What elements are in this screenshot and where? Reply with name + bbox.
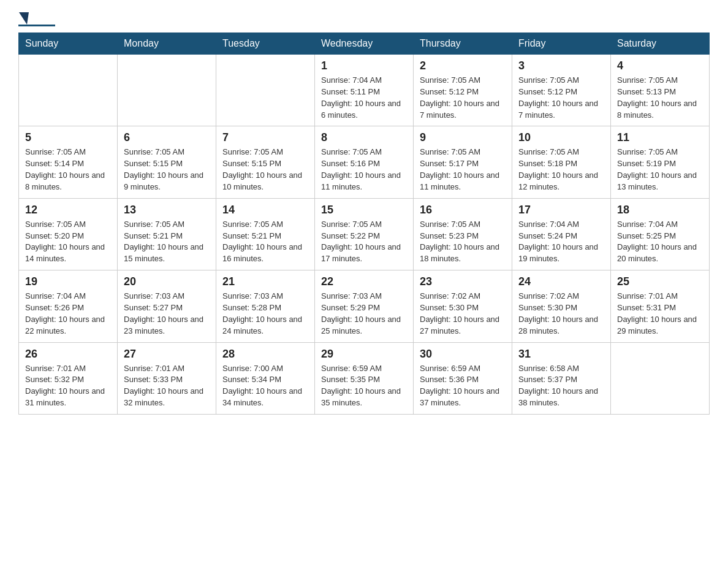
day-info: Sunrise: 7:04 AM Sunset: 5:25 PM Dayligh…	[617, 219, 703, 265]
day-info: Sunrise: 7:02 AM Sunset: 5:30 PM Dayligh…	[420, 291, 506, 337]
day-of-week-header: Saturday	[611, 33, 710, 55]
calendar-cell: 29Sunrise: 6:59 AM Sunset: 5:35 PM Dayli…	[315, 342, 414, 414]
day-number: 28	[222, 348, 308, 361]
calendar-cell: 11Sunrise: 7:05 AM Sunset: 5:19 PM Dayli…	[611, 126, 710, 198]
calendar-cell: 17Sunrise: 7:04 AM Sunset: 5:24 PM Dayli…	[512, 198, 611, 270]
day-info: Sunrise: 6:59 AM Sunset: 5:35 PM Dayligh…	[321, 363, 407, 409]
calendar-cell: 8Sunrise: 7:05 AM Sunset: 5:16 PM Daylig…	[315, 126, 414, 198]
day-info: Sunrise: 7:05 AM Sunset: 5:15 PM Dayligh…	[222, 147, 308, 193]
calendar-cell: 16Sunrise: 7:05 AM Sunset: 5:23 PM Dayli…	[414, 198, 512, 270]
day-number: 12	[25, 204, 111, 216]
calendar-cell: 31Sunrise: 6:58 AM Sunset: 5:37 PM Dayli…	[512, 342, 611, 414]
calendar-week-row: 12Sunrise: 7:05 AM Sunset: 5:20 PM Dayli…	[19, 198, 710, 270]
day-info: Sunrise: 7:03 AM Sunset: 5:29 PM Dayligh…	[321, 291, 407, 337]
calendar-cell: 25Sunrise: 7:01 AM Sunset: 5:31 PM Dayli…	[611, 270, 710, 342]
day-info: Sunrise: 7:01 AM Sunset: 5:32 PM Dayligh…	[25, 363, 111, 409]
calendar-cell: 5Sunrise: 7:05 AM Sunset: 5:14 PM Daylig…	[19, 126, 118, 198]
logo-triangle-icon	[19, 12, 29, 25]
day-number: 15	[321, 204, 407, 216]
day-info: Sunrise: 7:05 AM Sunset: 5:14 PM Dayligh…	[25, 147, 111, 193]
calendar-week-row: 1Sunrise: 7:04 AM Sunset: 5:11 PM Daylig…	[19, 55, 710, 126]
day-of-week-header: Sunday	[19, 33, 118, 55]
day-of-week-header: Monday	[118, 33, 216, 55]
calendar-cell	[216, 55, 315, 126]
day-info: Sunrise: 7:05 AM Sunset: 5:12 PM Dayligh…	[518, 75, 604, 121]
day-info: Sunrise: 7:00 AM Sunset: 5:34 PM Dayligh…	[222, 363, 308, 409]
calendar-cell: 20Sunrise: 7:03 AM Sunset: 5:27 PM Dayli…	[118, 270, 216, 342]
day-number: 4	[617, 59, 703, 72]
day-number: 16	[420, 204, 506, 216]
day-of-week-header: Wednesday	[315, 33, 414, 55]
logo-blue-line	[18, 25, 55, 26]
logo	[18, 12, 58, 26]
day-number: 30	[420, 348, 506, 361]
day-info: Sunrise: 7:05 AM Sunset: 5:22 PM Dayligh…	[321, 219, 407, 265]
day-info: Sunrise: 7:04 AM Sunset: 5:26 PM Dayligh…	[25, 291, 111, 337]
calendar-cell: 4Sunrise: 7:05 AM Sunset: 5:13 PM Daylig…	[611, 55, 710, 126]
calendar-cell: 6Sunrise: 7:05 AM Sunset: 5:15 PM Daylig…	[118, 126, 216, 198]
day-number: 17	[518, 204, 604, 216]
day-info: Sunrise: 7:01 AM Sunset: 5:33 PM Dayligh…	[124, 363, 210, 409]
calendar-cell	[118, 55, 216, 126]
calendar-cell: 26Sunrise: 7:01 AM Sunset: 5:32 PM Dayli…	[19, 342, 118, 414]
day-of-week-header: Friday	[512, 33, 611, 55]
day-info: Sunrise: 7:03 AM Sunset: 5:27 PM Dayligh…	[124, 291, 210, 337]
day-info: Sunrise: 7:05 AM Sunset: 5:15 PM Dayligh…	[124, 147, 210, 193]
day-number: 1	[321, 59, 407, 72]
day-number: 2	[420, 59, 506, 72]
calendar-table: SundayMondayTuesdayWednesdayThursdayFrid…	[18, 33, 710, 415]
calendar-week-row: 5Sunrise: 7:05 AM Sunset: 5:14 PM Daylig…	[19, 126, 710, 198]
calendar-cell: 10Sunrise: 7:05 AM Sunset: 5:18 PM Dayli…	[512, 126, 611, 198]
day-info: Sunrise: 7:03 AM Sunset: 5:28 PM Dayligh…	[222, 291, 308, 337]
day-number: 19	[25, 275, 111, 288]
calendar-cell	[611, 342, 710, 414]
day-number: 31	[518, 348, 604, 361]
day-info: Sunrise: 7:02 AM Sunset: 5:30 PM Dayligh…	[518, 291, 604, 337]
calendar-cell	[19, 55, 118, 126]
calendar-cell: 13Sunrise: 7:05 AM Sunset: 5:21 PM Dayli…	[118, 198, 216, 270]
day-number: 23	[420, 275, 506, 288]
day-info: Sunrise: 6:58 AM Sunset: 5:37 PM Dayligh…	[518, 363, 604, 409]
day-info: Sunrise: 7:01 AM Sunset: 5:31 PM Dayligh…	[617, 291, 703, 337]
calendar-cell: 28Sunrise: 7:00 AM Sunset: 5:34 PM Dayli…	[216, 342, 315, 414]
day-info: Sunrise: 7:05 AM Sunset: 5:20 PM Dayligh…	[25, 219, 111, 265]
day-number: 22	[321, 275, 407, 288]
day-info: Sunrise: 7:04 AM Sunset: 5:11 PM Dayligh…	[321, 75, 407, 121]
day-number: 11	[617, 131, 703, 144]
calendar-header-row: SundayMondayTuesdayWednesdayThursdayFrid…	[19, 33, 710, 55]
day-number: 27	[124, 348, 210, 361]
day-number: 10	[518, 131, 604, 144]
day-info: Sunrise: 7:05 AM Sunset: 5:19 PM Dayligh…	[617, 147, 703, 193]
day-info: Sunrise: 7:05 AM Sunset: 5:16 PM Dayligh…	[321, 147, 407, 193]
day-info: Sunrise: 7:05 AM Sunset: 5:17 PM Dayligh…	[420, 147, 506, 193]
calendar-week-row: 19Sunrise: 7:04 AM Sunset: 5:26 PM Dayli…	[19, 270, 710, 342]
calendar-cell: 2Sunrise: 7:05 AM Sunset: 5:12 PM Daylig…	[414, 55, 512, 126]
page-header	[18, 12, 710, 26]
calendar-cell: 27Sunrise: 7:01 AM Sunset: 5:33 PM Dayli…	[118, 342, 216, 414]
calendar-cell: 3Sunrise: 7:05 AM Sunset: 5:12 PM Daylig…	[512, 55, 611, 126]
day-number: 24	[518, 275, 604, 288]
calendar-cell: 1Sunrise: 7:04 AM Sunset: 5:11 PM Daylig…	[315, 55, 414, 126]
day-info: Sunrise: 7:05 AM Sunset: 5:13 PM Dayligh…	[617, 75, 703, 121]
day-number: 13	[124, 204, 210, 216]
calendar-cell: 23Sunrise: 7:02 AM Sunset: 5:30 PM Dayli…	[414, 270, 512, 342]
calendar-cell: 15Sunrise: 7:05 AM Sunset: 5:22 PM Dayli…	[315, 198, 414, 270]
calendar-cell: 7Sunrise: 7:05 AM Sunset: 5:15 PM Daylig…	[216, 126, 315, 198]
calendar-week-row: 26Sunrise: 7:01 AM Sunset: 5:32 PM Dayli…	[19, 342, 710, 414]
day-number: 5	[25, 131, 111, 144]
calendar-cell: 30Sunrise: 6:59 AM Sunset: 5:36 PM Dayli…	[414, 342, 512, 414]
day-number: 6	[124, 131, 210, 144]
day-info: Sunrise: 7:05 AM Sunset: 5:23 PM Dayligh…	[420, 219, 506, 265]
day-number: 9	[420, 131, 506, 144]
calendar-cell: 24Sunrise: 7:02 AM Sunset: 5:30 PM Dayli…	[512, 270, 611, 342]
calendar-cell: 12Sunrise: 7:05 AM Sunset: 5:20 PM Dayli…	[19, 198, 118, 270]
day-number: 3	[518, 59, 604, 72]
day-info: Sunrise: 7:05 AM Sunset: 5:18 PM Dayligh…	[518, 147, 604, 193]
day-number: 20	[124, 275, 210, 288]
calendar-cell: 9Sunrise: 7:05 AM Sunset: 5:17 PM Daylig…	[414, 126, 512, 198]
calendar-cell: 14Sunrise: 7:05 AM Sunset: 5:21 PM Dayli…	[216, 198, 315, 270]
day-number: 21	[222, 275, 308, 288]
day-number: 8	[321, 131, 407, 144]
day-of-week-header: Tuesday	[216, 33, 315, 55]
calendar-cell: 19Sunrise: 7:04 AM Sunset: 5:26 PM Dayli…	[19, 270, 118, 342]
